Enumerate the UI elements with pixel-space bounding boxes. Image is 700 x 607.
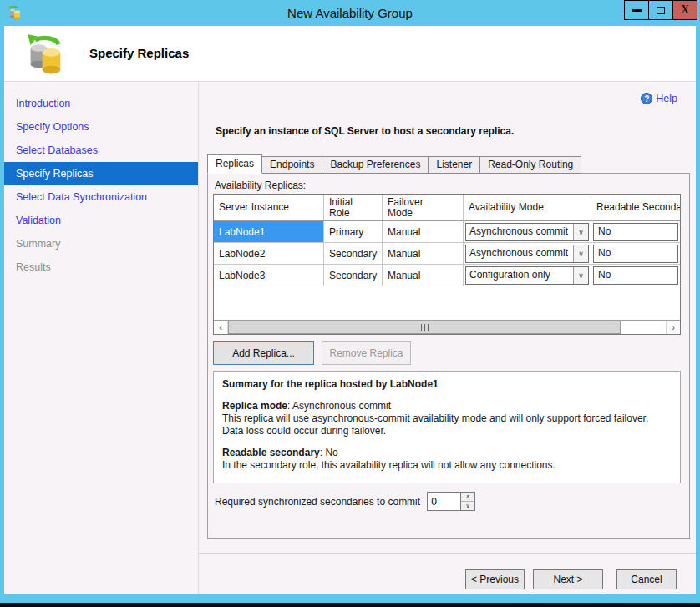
nav-item-validation[interactable]: Validation	[4, 209, 198, 232]
availability-replicas-grid: Server Instance Initial Role Failover Mo…	[213, 194, 681, 335]
wizard-nav: Introduction Specify Options Select Data…	[4, 82, 199, 594]
close-button[interactable]: X	[672, 0, 697, 20]
previous-button[interactable]: < Previous	[465, 569, 525, 589]
cell-availability-mode: Asynchronous commit ∨	[464, 243, 591, 264]
remove-replica-button: Remove Replica	[322, 341, 411, 365]
window-edge-shadow	[0, 603, 700, 607]
quorum-spinner: ∧ ∨	[427, 492, 475, 511]
nav-item-summary: Summary	[4, 232, 198, 255]
replicas-tab-panel: Availability Replicas: Server Instance I…	[207, 173, 690, 539]
scroll-right-icon: ›	[672, 322, 675, 332]
minimize-button[interactable]	[624, 0, 649, 20]
scroll-left-button[interactable]: ‹	[214, 321, 228, 334]
minimize-icon	[632, 9, 642, 12]
scrollbar-thumb[interactable]	[228, 321, 621, 334]
readable-secondary-description: In the secondary role, this availability…	[222, 459, 672, 472]
wizard-content: ? Help Specify an instance of SQL Server…	[199, 82, 696, 594]
page-title: Specify Replicas	[89, 46, 189, 60]
spinner-down-icon: ∨	[466, 503, 470, 509]
replica-mode-line: Replica mode: Asynchronous commit	[222, 400, 672, 412]
cancel-button[interactable]: Cancel	[616, 569, 677, 589]
tab-strip: Replicas Endpoints Backup Preferences Li…	[207, 154, 581, 174]
cell-readable-secondary: No	[591, 265, 680, 286]
tab-listener[interactable]: Listener	[428, 156, 480, 174]
window-border-right	[696, 26, 700, 594]
window-controls: X	[625, 0, 697, 20]
cell-initial-role[interactable]: Secondary	[324, 265, 383, 286]
replica-summary-panel: Summary for the replica hosted by LabNod…	[213, 371, 681, 483]
nav-item-specify-options[interactable]: Specify Options	[4, 115, 198, 139]
spinner-up-button[interactable]: ∧	[461, 493, 474, 502]
close-icon: X	[681, 3, 689, 17]
scroll-right-button[interactable]: ›	[666, 321, 680, 334]
readable-secondary-line: Readable secondary: No	[222, 447, 672, 459]
availability-mode-dropdown[interactable]: Asynchronous commit ∨	[465, 223, 589, 241]
tab-backup-preferences[interactable]: Backup Preferences	[322, 156, 429, 174]
cell-server-instance[interactable]: LabNode3	[214, 265, 324, 286]
cell-readable-secondary: No	[591, 221, 680, 242]
chevron-down-icon: ∨	[573, 267, 588, 284]
titlebar[interactable]: New Availability Group X	[0, 0, 700, 26]
cell-failover-mode[interactable]: Manual	[383, 265, 464, 286]
cell-failover-mode[interactable]: Manual	[383, 243, 464, 264]
cell-failover-mode[interactable]: Manual	[383, 221, 464, 242]
new-availability-group-window: New Availability Group X Specify Replica…	[0, 0, 700, 607]
wizard-header: Specify Replicas	[4, 26, 696, 82]
column-header-failover-mode[interactable]: Failover Mode	[383, 195, 464, 220]
availability-mode-dropdown[interactable]: Asynchronous commit ∨	[465, 245, 589, 263]
add-replica-button[interactable]: Add Replica...	[213, 341, 314, 365]
replica-databases-icon	[24, 32, 68, 75]
spinner-up-icon: ∧	[466, 493, 470, 500]
horizontal-scrollbar[interactable]: ‹ ›	[214, 320, 680, 334]
column-header-initial-role[interactable]: Initial Role	[324, 195, 383, 220]
availability-mode-dropdown[interactable]: Configuration only ∨	[465, 266, 589, 285]
cell-server-instance[interactable]: LabNode1	[214, 221, 324, 242]
summary-title: Summary for the replica hosted by LabNod…	[222, 378, 672, 391]
nav-item-results: Results	[4, 255, 198, 279]
help-icon: ?	[641, 93, 652, 104]
readable-secondary-dropdown[interactable]: No	[593, 266, 678, 285]
nav-item-specify-replicas[interactable]: Specify Replicas	[4, 162, 198, 185]
grid-row-labnode3: LabNode3 Secondary Manual Configuration …	[214, 265, 680, 286]
cell-availability-mode: Configuration only ∨	[464, 265, 591, 286]
cell-availability-mode: Asynchronous commit ∨	[464, 221, 591, 242]
availability-replicas-label: Availability Replicas:	[215, 180, 306, 191]
help-label: Help	[656, 93, 677, 104]
grid-row-labnode1: LabNode1 Primary Manual Asynchronous com…	[214, 221, 680, 243]
help-link[interactable]: ? Help	[641, 93, 677, 104]
cell-readable-secondary: No	[591, 243, 680, 264]
instruction-text: Specify an instance of SQL Server to hos…	[216, 125, 514, 137]
nav-item-introduction[interactable]: Introduction	[4, 92, 198, 115]
window-title: New Availability Group	[0, 6, 700, 20]
readable-secondary-dropdown[interactable]: No	[593, 245, 678, 263]
cell-server-instance[interactable]: LabNode2	[214, 243, 324, 264]
column-header-availability-mode[interactable]: Availability Mode	[464, 195, 591, 220]
footer-divider	[199, 553, 696, 554]
grid-row-labnode2: LabNode2 Secondary Manual Asynchronous c…	[214, 243, 680, 265]
quorum-input[interactable]	[428, 493, 460, 510]
tab-read-only-routing[interactable]: Read-Only Routing	[479, 156, 581, 174]
chevron-down-icon: ∨	[573, 224, 588, 240]
window-border-bottom	[0, 594, 700, 603]
tab-replicas[interactable]: Replicas	[207, 154, 262, 174]
next-button[interactable]: Next >	[533, 569, 603, 589]
scrollbar-grip-icon	[421, 324, 429, 331]
tab-endpoints[interactable]: Endpoints	[261, 156, 322, 174]
chevron-down-icon: ∨	[573, 245, 588, 262]
readable-secondary-dropdown[interactable]: No	[593, 223, 678, 241]
column-header-server-instance[interactable]: Server Instance	[214, 195, 324, 220]
window-border-left	[0, 26, 4, 594]
nav-item-select-databases[interactable]: Select Databases	[4, 139, 198, 162]
nav-item-select-data-synchronization[interactable]: Select Data Synchronization	[4, 185, 198, 209]
column-header-readable-secondary[interactable]: Readable Secondar	[591, 195, 680, 220]
spinner-down-button[interactable]: ∨	[461, 502, 474, 510]
replica-mode-description: This replica will use asynchronous-commi…	[222, 412, 672, 438]
maximize-icon	[657, 7, 665, 14]
quorum-row: Required synchronized secondaries to com…	[215, 492, 475, 511]
spinner-buttons: ∧ ∨	[460, 493, 474, 510]
scroll-left-icon: ‹	[219, 322, 222, 332]
quorum-label: Required synchronized secondaries to com…	[215, 496, 420, 508]
cell-initial-role[interactable]: Secondary	[324, 243, 383, 264]
cell-initial-role[interactable]: Primary	[324, 221, 383, 242]
maximize-button[interactable]	[648, 0, 673, 20]
